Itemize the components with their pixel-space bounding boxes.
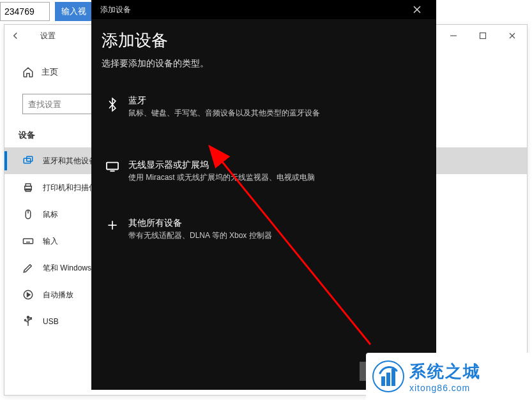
option-wireless-display[interactable]: 无线显示器或扩展坞 使用 Miracast 或无线扩展坞的无线监视器、电视或电脑 [102,152,426,191]
mouse-icon [22,209,38,220]
watermark-cn: 系统之城 [409,360,481,383]
minimize-button[interactable] [439,25,468,47]
svg-rect-33 [386,373,390,386]
maximize-button[interactable] [468,25,498,47]
svg-rect-32 [381,376,385,386]
keyboard-icon [22,235,38,247]
svg-rect-1 [480,33,486,39]
bluetooth-devices-icon [22,155,38,167]
nav-label: 输入 [38,236,58,247]
svg-rect-11 [24,239,33,244]
nav-label: 蓝牙和其他设备 [38,156,96,167]
top-code-input[interactable] [0,2,50,21]
nav-label: 鼠标 [38,209,58,220]
settings-title: 设置 [38,31,56,41]
watermark-en: xitong86.com [409,383,481,393]
option-desc: 使用 Miracast 或无线扩展坞的无线监视器、电视或电脑 [128,172,426,183]
nav-label: 打印机和扫描仪 [38,182,96,193]
add-device-dialog: 添加设备 添加设备 选择要添加的设备的类型。 蓝牙 鼠标、键盘、手写笔、音频设备… [91,0,436,390]
autoplay-icon [22,289,38,300]
option-desc: 带有无线适配器、DLNA 等的 Xbox 控制器 [128,230,426,241]
dialog-close-button[interactable] [403,0,431,19]
option-title: 无线显示器或扩展坞 [128,159,426,171]
window-close-button[interactable] [498,25,527,47]
nav-label: 自动播放 [38,290,73,300]
svg-rect-21 [30,318,31,319]
option-everything-else[interactable]: 其他所有设备 带有无线适配器、DLNA 等的 Xbox 控制器 [102,210,426,249]
watermark: 系统之城 xitong86.com [366,353,532,400]
dialog-heading: 添加设备 [102,29,426,52]
dialog-options: 蓝牙 鼠标、键盘、手写笔、音频设备以及其他类型的蓝牙设备 无线显示器或扩展坞 使… [102,87,426,249]
svg-rect-34 [391,369,395,386]
svg-marker-18 [27,293,31,297]
option-desc: 鼠标、键盘、手写笔、音频设备以及其他类型的蓝牙设备 [128,108,426,119]
home-icon [22,66,38,78]
dialog-body: 添加设备 选择要添加的设备的类型。 蓝牙 鼠标、键盘、手写笔、音频设备以及其他类… [91,19,436,390]
svg-rect-7 [26,184,31,186]
display-icon [102,159,123,172]
usb-icon [22,316,38,327]
nav-label: 笔和 Windows [38,263,91,274]
top-submit-button[interactable]: 输入视 [55,2,93,21]
dialog-titlebar-text: 添加设备 [100,4,131,15]
option-title: 蓝牙 [128,95,426,107]
watermark-logo-icon [371,359,406,394]
svg-point-20 [27,316,29,318]
dialog-titlebar: 添加设备 [91,0,436,19]
svg-rect-25 [107,163,118,170]
back-button[interactable] [10,30,38,41]
home-label: 主页 [38,66,58,78]
printer-icon [22,182,38,193]
option-title: 其他所有设备 [128,218,426,229]
plus-icon [102,218,123,232]
option-bluetooth[interactable]: 蓝牙 鼠标、键盘、手写笔、音频设备以及其他类型的蓝牙设备 [102,87,426,126]
pen-icon [22,262,38,274]
nav-label: USB [38,317,59,326]
svg-point-22 [24,320,26,321]
bluetooth-icon [102,95,123,113]
dialog-subtitle: 选择要添加的设备的类型。 [102,58,426,70]
window-controls [439,25,527,47]
